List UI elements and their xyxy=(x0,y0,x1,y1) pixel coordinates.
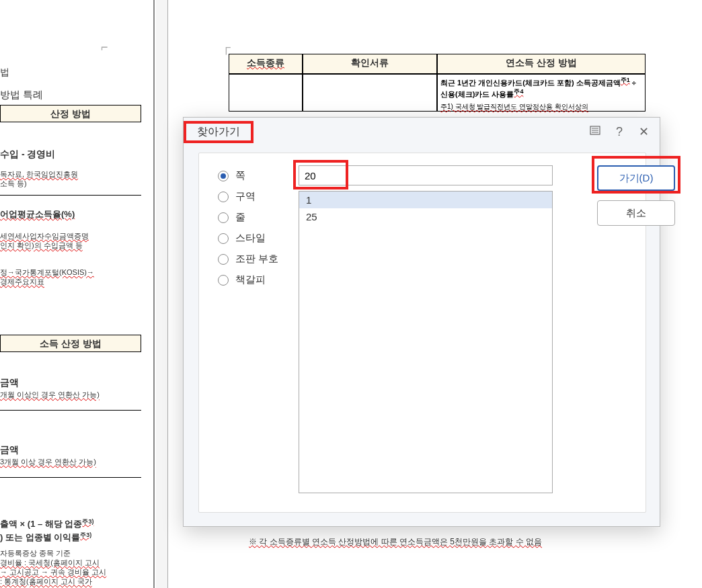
text-fragment: 출액 × (1 – 해당 업종주3) ) 또는 업종별 이익률주3) xyxy=(0,517,93,544)
radio-indicator xyxy=(218,192,229,202)
cancel-button-label: 취소 xyxy=(626,207,646,220)
divider xyxy=(0,410,141,411)
page-gap xyxy=(156,0,168,588)
income-table: 소득종류 확인서류 연소득 산정 방법 최근 1년간 개인신용카드(체크카드 포… xyxy=(229,54,646,112)
footer-note: ※ 각 소득증류별 연소득 산정방법에 따른 연소득금액은 5천만원을 초과할 … xyxy=(249,536,542,548)
radio-label: 줄 xyxy=(235,211,245,224)
radio-indicator xyxy=(218,212,229,223)
col-header: 소득종류 xyxy=(229,54,303,74)
left-page: ⌐ 법 방법 특례 산정 방법 수입 - 경영비 독자료, 한국임업진흥원 소득… xyxy=(0,0,155,588)
table-header-row: 소득종류 확인서류 연소득 산정 방법 xyxy=(229,54,646,74)
radio-label: 책갈피 xyxy=(235,274,266,286)
radio-label: 조판 부호 xyxy=(235,253,278,265)
radio-indicator xyxy=(218,233,229,244)
cancel-button[interactable]: 취소 xyxy=(597,200,675,226)
text-fragment: 금액 xyxy=(0,444,19,457)
col-header: 확인서류 xyxy=(303,54,437,74)
goto-input[interactable] xyxy=(299,165,553,185)
table-row: 최근 1년간 개인신용카드(체크카드 포함) 소득공제금액주1 ÷ 신용(체크)… xyxy=(229,74,646,112)
radio-indicator xyxy=(218,254,229,265)
page-corner-mark: ⌐ xyxy=(101,40,108,54)
text-fragment: 수입 - 경영비 xyxy=(0,148,55,161)
radio-indicator xyxy=(218,275,229,286)
table-header: 소득 산정 방법 xyxy=(0,335,141,352)
radio-label: 쪽 xyxy=(235,169,245,182)
radio-label: 구역 xyxy=(235,190,256,203)
dialog-body: 쪽 구역 줄 스타일 조판 부호 책갈피 xyxy=(198,153,646,513)
radio-indicator xyxy=(218,171,229,181)
radio-page[interactable]: 쪽 xyxy=(218,169,278,182)
divider xyxy=(0,195,141,196)
table-cell: 최근 1년간 개인신용카드(체크카드 포함) 소득공제금액주1 ÷ 신용(체크)… xyxy=(437,74,646,112)
text-fragment: 어업평균소득율(%) xyxy=(0,208,75,220)
radio-line[interactable]: 줄 xyxy=(218,211,278,224)
goto-radio-group: 쪽 구역 줄 스타일 조판 부호 책갈피 xyxy=(218,169,278,286)
text-fragment: 3개월 이상 경우 연환산 가능) xyxy=(0,457,96,467)
dialog-title: 찾아가기 xyxy=(190,122,247,141)
table-header: 산정 방법 xyxy=(0,105,141,122)
close-icon[interactable]: ✕ xyxy=(637,124,650,139)
radio-section[interactable]: 구역 xyxy=(218,190,278,203)
text-fragment: 법 xyxy=(0,66,9,79)
radio-bookmark[interactable]: 책갈피 xyxy=(218,274,278,286)
go-button[interactable]: 가기(D) xyxy=(597,165,675,191)
text-fragment: 금액 xyxy=(0,376,19,390)
dialog-button-column: 가기(D) 취소 xyxy=(597,165,675,226)
dialog-titlebar[interactable]: 찾아가기 ? ✕ xyxy=(184,118,660,146)
goto-dialog: 찾아가기 ? ✕ 쪽 구역 줄 스타일 xyxy=(183,117,660,527)
dialog-controls: ? ✕ xyxy=(588,124,650,139)
goto-listbox[interactable]: 1 25 xyxy=(299,191,553,493)
table-cell xyxy=(303,74,437,112)
menu-icon[interactable] xyxy=(588,124,602,139)
text-fragment: 소득 등) xyxy=(0,179,27,189)
dialog-title-highlight: 찾아가기 xyxy=(184,121,254,143)
page-corner-mark: ┌ xyxy=(222,40,231,54)
help-icon[interactable]: ? xyxy=(613,125,626,139)
radio-style[interactable]: 스타일 xyxy=(218,232,278,245)
table-cell xyxy=(229,74,303,112)
list-item[interactable]: 25 xyxy=(299,208,552,225)
text-fragment: 인지 확인)의 수입금액 등 xyxy=(0,241,83,251)
go-button-label: 가기(D) xyxy=(619,172,654,185)
radio-formatting-mark[interactable]: 조판 부호 xyxy=(218,253,278,265)
radio-label: 스타일 xyxy=(235,232,266,245)
text-fragment: 경제주요지표 xyxy=(0,277,44,287)
text-fragment: 방법 특례 xyxy=(0,87,43,101)
divider xyxy=(0,477,141,478)
text-fragment: : 통계청(홈페이지 고시 국가 xyxy=(0,577,92,587)
col-header: 연소득 산정 방법 xyxy=(437,54,646,74)
list-item[interactable]: 1 xyxy=(299,192,552,208)
text-fragment: 개월 이상인 경우 연환산 가능) xyxy=(0,390,100,400)
